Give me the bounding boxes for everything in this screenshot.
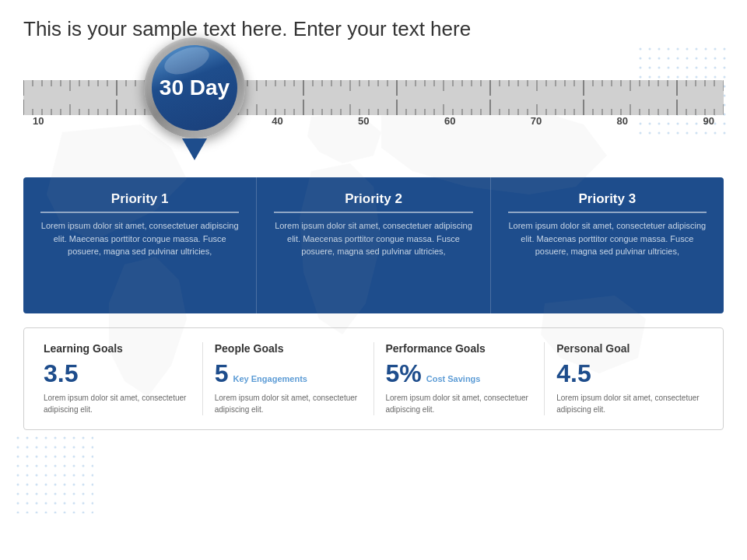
- people-goals-desc: Lorem ipsum dolor sit amet, consectetuer…: [215, 392, 362, 415]
- personal-goal-title: Personal Goal: [556, 342, 703, 355]
- magnifier-inner: 30 Day: [152, 45, 237, 131]
- personal-goal-metric: 4.5: [556, 361, 703, 386]
- ruler-mark-60: 60: [444, 115, 455, 127]
- people-goals-value: 5: [215, 361, 229, 386]
- people-goals-title: People Goals: [215, 342, 362, 355]
- learning-goals-title: Learning Goals: [44, 342, 191, 355]
- goal-card-learning: Learning Goals 3.5 Lorem ipsum dolor sit…: [32, 342, 203, 415]
- header-section: This is your sample text here. Enter you…: [0, 0, 747, 49]
- goals-section: Learning Goals 3.5 Lorem ipsum dolor sit…: [23, 327, 724, 430]
- priority-section: Priority 1 Lorem ipsum dolor sit amet, c…: [23, 177, 724, 313]
- priority-card-3: Priority 3 Lorem ipsum dolor sit amet, c…: [491, 177, 724, 313]
- priority-1-title: Priority 1: [40, 191, 239, 213]
- ruler-mark-70: 70: [531, 115, 542, 127]
- ruler-mark-10: 10: [33, 115, 44, 127]
- ruler-mark-90: 90: [703, 115, 714, 127]
- page-title: This is your sample text here. Enter you…: [23, 17, 724, 41]
- personal-goal-value: 4.5: [556, 361, 591, 386]
- priority-2-desc: Lorem ipsum dolor sit amet, consectetuer…: [274, 219, 472, 258]
- ruler-mark-80: 80: [617, 115, 628, 127]
- svg-rect-3: [16, 436, 93, 513]
- priority-3-desc: Lorem ipsum dolor sit amet, consectetuer…: [508, 219, 707, 258]
- priority-2-title: Priority 2: [274, 191, 472, 213]
- personal-goal-desc: Lorem ipsum dolor sit amet, consectetuer…: [556, 392, 703, 415]
- goal-card-personal: Personal Goal 4.5 Lorem ipsum dolor sit …: [545, 342, 715, 415]
- performance-goals-label: Cost Savings: [426, 374, 481, 383]
- magnifier-outer: 30 Day: [144, 37, 245, 138]
- timeline-section: 10 40 50 60 70 80 90 30 Day: [23, 49, 724, 135]
- people-goals-label: Key Engagements: [233, 374, 307, 383]
- learning-goals-metric: 3.5: [44, 361, 191, 386]
- ruler-container: [23, 80, 724, 115]
- learning-goals-desc: Lorem ipsum dolor sit amet, consectetuer…: [44, 392, 191, 415]
- magnifier: 30 Day: [144, 37, 245, 138]
- priority-card-2: Priority 2 Lorem ipsum dolor sit amet, c…: [257, 177, 490, 313]
- priority-3-title: Priority 3: [508, 191, 707, 213]
- magnifier-arrow: [182, 138, 207, 160]
- performance-goals-value: 5%: [386, 361, 422, 386]
- performance-goals-desc: Lorem ipsum dolor sit amet, consectetuer…: [386, 392, 533, 415]
- learning-goals-value: 3.5: [44, 361, 78, 386]
- priority-1-desc: Lorem ipsum dolor sit amet, consectetuer…: [40, 219, 239, 258]
- goal-card-performance: Performance Goals 5% Cost Savings Lorem …: [374, 342, 545, 415]
- ruler-mark-50: 50: [358, 115, 369, 127]
- performance-goals-metric: 5% Cost Savings: [386, 361, 533, 386]
- performance-goals-title: Performance Goals: [386, 342, 533, 355]
- ruler-mark-40: 40: [272, 115, 282, 127]
- priority-card-1: Priority 1 Lorem ipsum dolor sit amet, c…: [23, 177, 257, 313]
- people-goals-metric: 5 Key Engagements: [215, 361, 362, 386]
- goal-card-people: People Goals 5 Key Engagements Lorem ips…: [203, 342, 374, 415]
- magnifier-label: 30 Day: [160, 76, 230, 100]
